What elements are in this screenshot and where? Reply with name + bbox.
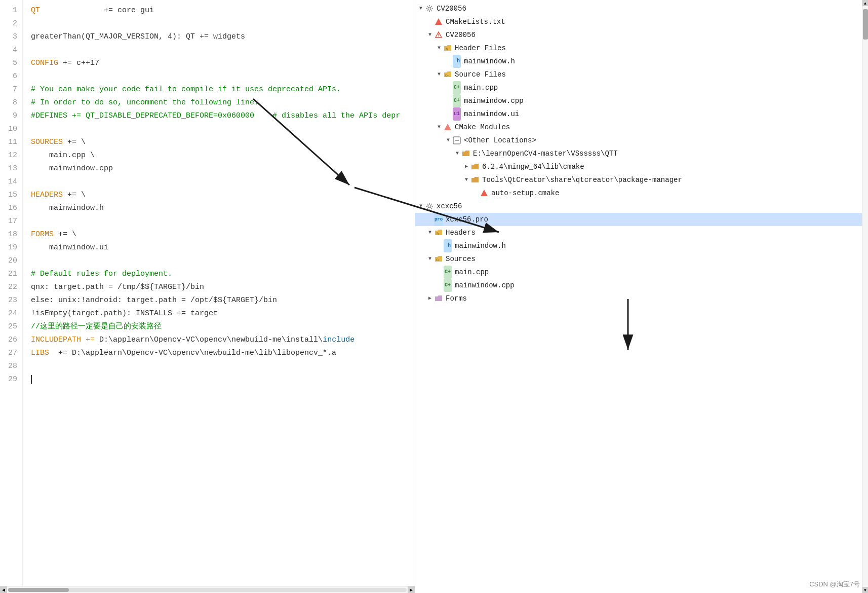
scroll-down-arrow[interactable]: ▼ <box>862 587 869 593</box>
tree-icon-cpp: C+ <box>443 281 453 290</box>
tree-label-mainwindow-cpp2: mainwindow.cpp <box>455 279 515 291</box>
scroll-left-arrow[interactable]: ◀ <box>0 586 7 594</box>
tree-item-vssssss[interactable]: E:\learnOpenCV4-master\VSsssss\QTT <box>415 147 862 160</box>
tree-item-mainwindow-cpp1[interactable]: C+mainwindow.cpp <box>415 94 862 107</box>
tree-icon-gear <box>424 4 435 13</box>
scroll-track[interactable] <box>8 588 407 592</box>
line-number-28: 28 <box>8 360 17 373</box>
line-number-8: 8 <box>8 96 17 109</box>
tree-icon-cmake-proj <box>433 30 444 40</box>
tree-label-forms: Forms <box>446 292 467 305</box>
line-number-12: 12 <box>8 149 17 162</box>
tree-icon-cpp: C+ <box>452 96 462 105</box>
line-number-23: 23 <box>8 294 17 307</box>
code-line-22: qnx: target.path = /tmp/$${TARGET}/bin <box>31 281 407 294</box>
tree-label-mainwindow-h2: mainwindow.h <box>455 240 506 252</box>
tree-item-other-locations[interactable]: <Other Locations> <box>415 134 862 147</box>
tree-arrow-header-files[interactable] <box>436 42 443 54</box>
tree-arrow-cmake-modules[interactable] <box>436 121 443 133</box>
line-number-25: 25 <box>8 320 17 333</box>
tree-item-source-files[interactable]: C+Source Files <box>415 68 862 81</box>
tree-arrow-tools[interactable] <box>463 174 470 186</box>
tree-item-sources[interactable]: C+Sources <box>415 252 862 266</box>
tree-label-mainwindow-h: mainwindow.h <box>464 55 515 67</box>
line-number-22: 22 <box>8 281 17 294</box>
tree-arrow-source-files[interactable] <box>436 68 443 81</box>
tree-item-auto-setup[interactable]: auto-setup.cmake <box>415 187 862 200</box>
tree-label-xcxc56-pro: xcxc56.pro <box>446 213 488 226</box>
line-number-4: 4 <box>8 44 17 57</box>
tree-label-auto-setup: auto-setup.cmake <box>491 187 559 199</box>
tree-label-cv20056-sub: CV20056 <box>446 29 476 41</box>
tree-arrow-cv20056-sub[interactable] <box>426 29 433 41</box>
code-line-10 <box>31 123 407 136</box>
tree-item-mainwindow-h2[interactable]: hmainwindow.h <box>415 239 862 252</box>
tree-item-mainwindow-ui1[interactable]: uimainwindow.ui <box>415 107 862 121</box>
tree-item-mainwindow-h[interactable]: hmainwindow.h <box>415 55 862 68</box>
code-line-27: LIBS += D:\applearn\Opencv-VC\opencv\new… <box>31 347 407 360</box>
line-number-29: 29 <box>8 373 17 386</box>
svg-text:C+: C+ <box>445 73 449 77</box>
tree-arrow-headers[interactable] <box>426 227 433 239</box>
line-number-27: 27 <box>8 347 17 360</box>
code-editor: 1234567891011121314151617181920212223242… <box>0 0 415 586</box>
tree-item-xcxc56-pro[interactable]: proxcxc56.pro <box>415 213 862 226</box>
code-line-8: # In order to do so, uncomment the follo… <box>31 96 407 109</box>
tree-label-mingw64: 6.2.4\mingw_64\lib\cmake <box>482 161 584 173</box>
tree-arrow-other-locations[interactable] <box>445 134 452 146</box>
tree-icon-folder-plain <box>470 162 480 171</box>
scroll-right-arrow[interactable]: ▶ <box>408 586 415 594</box>
line-number-26: 26 <box>8 333 17 347</box>
tree-item-mainwindow-cpp2[interactable]: C+mainwindow.cpp <box>415 279 862 292</box>
scroll-thumb[interactable] <box>8 588 69 592</box>
svg-marker-6 <box>444 124 451 130</box>
tree-item-xcxc56-gear[interactable]: xcxc56 <box>415 200 862 213</box>
tree-item-cmake-modules[interactable]: CMake Modules <box>415 121 862 134</box>
tree-item-cv20056-gear[interactable]: CV20056 <box>415 2 862 15</box>
tree-icon-ui: ui <box>452 109 462 119</box>
code-line-9: #DEFINES += QT_DISABLE_DEPRECATED_BEFORE… <box>31 109 407 123</box>
tree-icon-folder-ui <box>433 294 444 303</box>
line-number-6: 6 <box>8 70 17 83</box>
tree-arrow-xcxc56-gear[interactable] <box>417 200 424 212</box>
line-number-21: 21 <box>8 268 17 281</box>
tree-item-tools[interactable]: Tools\QtCreator\share\qtcreator\package-… <box>415 173 862 187</box>
tree-icon-location <box>452 136 462 145</box>
scroll-up-arrow[interactable]: ▲ <box>862 0 869 6</box>
tree-arrow-mingw64[interactable] <box>463 161 470 173</box>
tree-arrow-vssssss[interactable] <box>454 147 461 160</box>
scroll-track-v[interactable] <box>863 7 868 586</box>
file-tree[interactable]: CV20056CMakeLists.txtCV20056hHeader File… <box>415 0 862 593</box>
tree-item-main-cpp2[interactable]: C+main.cpp <box>415 266 862 279</box>
code-line-21: # Default rules for deployment. <box>31 268 407 281</box>
tree-item-headers[interactable]: hHeaders <box>415 226 862 239</box>
tree-arrow-sources[interactable] <box>426 253 433 265</box>
code-content[interactable]: QT += core guigreaterThan(QT_MAJOR_VERSI… <box>23 0 415 586</box>
line-number-11: 11 <box>8 136 17 149</box>
tree-arrow-forms[interactable] <box>426 292 433 305</box>
code-line-19: mainwindow.ui <box>31 241 407 254</box>
code-line-26: INCLUDEPATH += D:\applearn\Opencv-VC\ope… <box>31 333 407 347</box>
svg-marker-1 <box>435 18 442 25</box>
code-line-6 <box>31 70 407 83</box>
tree-item-main-cpp1[interactable]: C+main.cpp <box>415 81 862 94</box>
tree-label-headers: Headers <box>446 227 476 239</box>
tree-icon-pro: pro <box>433 215 444 224</box>
tree-item-cv20056-sub[interactable]: CV20056 <box>415 28 862 42</box>
horizontal-scrollbar[interactable]: ◀ ▶ <box>0 586 415 593</box>
tree-item-mingw64[interactable]: 6.2.4\mingw_64\lib\cmake <box>415 160 862 173</box>
vertical-scrollbar[interactable]: ▲ ▼ <box>862 0 868 593</box>
tree-item-cmakelists[interactable]: CMakeLists.txt <box>415 15 862 28</box>
svg-text:h: h <box>437 232 439 236</box>
scroll-thumb-v[interactable] <box>863 9 868 40</box>
tree-icon-h: h <box>452 57 462 66</box>
tree-item-header-files[interactable]: hHeader Files <box>415 42 862 55</box>
tree-arrow-cv20056-gear[interactable] <box>417 3 424 15</box>
code-line-2 <box>31 17 407 30</box>
tree-item-forms[interactable]: Forms <box>415 292 862 305</box>
line-number-18: 18 <box>8 228 17 241</box>
code-line-23: else: unix:!android: target.path = /opt/… <box>31 294 407 307</box>
line-number-20: 20 <box>8 254 17 268</box>
code-line-4 <box>31 44 407 57</box>
tree-label-mainwindow-cpp1: mainwindow.cpp <box>464 95 524 107</box>
